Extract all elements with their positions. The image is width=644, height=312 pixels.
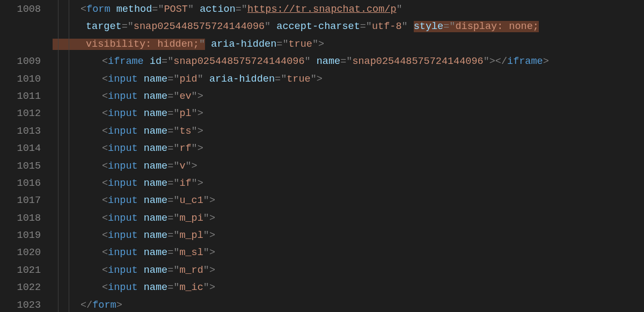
line-number: 1012	[0, 105, 41, 122]
line-number: 1013	[0, 123, 41, 140]
code-area[interactable]: <form method="POST" action="https://tr.s…	[53, 0, 644, 312]
code-line[interactable]: <input name="rf">	[53, 140, 644, 157]
code-line[interactable]: <iframe id="snap025448575724144096" name…	[53, 53, 644, 70]
code-line[interactable]: target="snap025448575724144096" accept-c…	[53, 18, 644, 35]
code-line[interactable]: <input name="ts">	[53, 123, 644, 140]
code-line[interactable]: </form>	[53, 297, 644, 312]
code-line[interactable]: <input name="u_c1">	[53, 192, 644, 209]
line-number-gutter: 1008 1009 1010 1011 1012 1013 1014 1015 …	[0, 0, 53, 312]
code-line[interactable]: <form method="POST" action="https://tr.s…	[53, 1, 644, 18]
line-number: 1010	[0, 71, 41, 88]
code-line[interactable]: <input name="ev">	[53, 88, 644, 105]
code-line[interactable]: <input name="m_rd">	[53, 262, 644, 279]
line-number: 1011	[0, 88, 41, 105]
line-number: 1022	[0, 279, 41, 296]
line-number: 1019	[0, 227, 41, 244]
code-line[interactable]: visibility: hidden;" aria-hidden="true">	[53, 36, 644, 53]
line-number: 1008	[0, 1, 41, 18]
code-line[interactable]: <input name="m_pl">	[53, 227, 644, 244]
line-number: 1023	[0, 297, 41, 312]
line-number: 1020	[0, 244, 41, 262]
code-line[interactable]: <input name="m_sl">	[53, 244, 644, 262]
code-line[interactable]: <input name="m_pi">	[53, 210, 644, 227]
code-line[interactable]: <input name="if">	[53, 175, 644, 192]
line-number	[0, 36, 41, 53]
code-editor[interactable]: 1008 1009 1010 1011 1012 1013 1014 1015 …	[0, 0, 644, 312]
line-number: 1016	[0, 175, 41, 192]
line-number: 1015	[0, 158, 41, 175]
code-line[interactable]: <input name="m_ic">	[53, 279, 644, 296]
line-number: 1014	[0, 140, 41, 157]
code-line[interactable]: <input name="v">	[53, 158, 644, 175]
line-number: 1018	[0, 210, 41, 227]
line-number	[0, 18, 41, 35]
code-line[interactable]: <input name="pl">	[53, 105, 644, 122]
code-line[interactable]: <input name="pid" aria-hidden="true">	[53, 71, 644, 88]
line-number: 1021	[0, 262, 41, 279]
line-number: 1009	[0, 53, 41, 70]
line-number: 1017	[0, 192, 41, 209]
